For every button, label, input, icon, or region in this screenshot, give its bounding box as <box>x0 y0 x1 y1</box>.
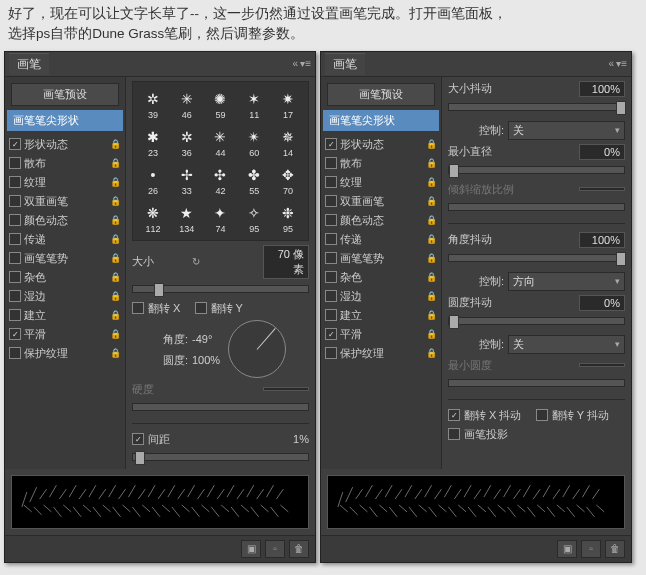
sidebar-item-build-up[interactable]: 建立🔒 <box>321 306 441 325</box>
brush-thumbnail[interactable]: ✳46 <box>171 86 203 122</box>
brush-thumbnail[interactable]: ✥70 <box>272 162 304 198</box>
sidebar-item-protect-texture[interactable]: 保护纹理🔒 <box>321 344 441 363</box>
size-control-dropdown[interactable]: 关 <box>508 121 625 140</box>
brush-thumbnail-grid[interactable]: ✲39✳46✺59✶11✷17✱23✲36✳44✴60✵14•26✢33✣42✤… <box>132 81 309 241</box>
roundness-jitter-value[interactable]: 0% <box>579 295 625 311</box>
new-brush-icon[interactable]: ▫ <box>265 540 285 558</box>
sidebar-item-wet-edges[interactable]: 湿边🔒 <box>5 287 125 306</box>
flip-x-checkbox[interactable] <box>132 302 144 314</box>
lock-icon[interactable]: 🔒 <box>426 348 437 358</box>
checkbox-icon[interactable] <box>325 252 337 264</box>
lock-icon[interactable]: 🔒 <box>110 234 121 244</box>
brush-thumbnail[interactable]: ✲36 <box>171 124 203 160</box>
checkbox-icon[interactable] <box>9 290 21 302</box>
lock-icon[interactable]: 🔒 <box>426 177 437 187</box>
brush-presets-button[interactable]: 画笔预设 <box>327 83 435 106</box>
lock-icon[interactable]: 🔒 <box>110 158 121 168</box>
sidebar-item-brush-pose[interactable]: 画笔笔势🔒 <box>321 249 441 268</box>
lock-icon[interactable]: 🔒 <box>426 234 437 244</box>
checkbox-icon[interactable] <box>9 271 21 283</box>
checkbox-icon[interactable] <box>9 233 21 245</box>
delete-brush-icon[interactable]: 🗑 <box>289 540 309 558</box>
sidebar-item-shape-dynamics[interactable]: 形状动态🔒 <box>321 135 441 154</box>
lock-icon[interactable]: 🔒 <box>110 291 121 301</box>
angle-jitter-value[interactable]: 100% <box>579 232 625 248</box>
checkbox-icon[interactable] <box>9 176 21 188</box>
angle-value[interactable]: -49° <box>192 333 212 345</box>
checkbox-icon[interactable] <box>325 195 337 207</box>
brush-tip-shape-tab[interactable]: 画笔笔尖形状 <box>7 110 123 131</box>
panel-collapse-icon[interactable]: « <box>293 58 299 69</box>
lock-icon[interactable]: 🔒 <box>110 329 121 339</box>
size-slider[interactable] <box>132 285 309 293</box>
spacing-value[interactable]: 1% <box>293 433 309 445</box>
brush-thumbnail[interactable]: ★134 <box>171 200 203 236</box>
min-diameter-slider[interactable] <box>448 166 625 174</box>
panel-title[interactable]: 画笔 <box>9 53 49 75</box>
lock-icon[interactable]: 🔒 <box>110 177 121 187</box>
checkbox-icon[interactable] <box>325 176 337 188</box>
roundness-jitter-slider[interactable] <box>448 317 625 325</box>
toggle-preview-icon[interactable]: ▣ <box>241 540 261 558</box>
angle-control-dropdown[interactable]: 方向 <box>508 272 625 291</box>
checkbox-icon[interactable] <box>325 233 337 245</box>
checkbox-icon[interactable] <box>325 214 337 226</box>
roundness-value[interactable]: 100% <box>192 354 220 366</box>
brush-thumbnail[interactable]: ✶11 <box>238 86 270 122</box>
lock-icon[interactable]: 🔒 <box>426 139 437 149</box>
flip-y-checkbox[interactable] <box>195 302 207 314</box>
sidebar-item-protect-texture[interactable]: 保护纹理🔒 <box>5 344 125 363</box>
brush-presets-button[interactable]: 画笔预设 <box>11 83 119 106</box>
checkbox-icon[interactable] <box>9 195 21 207</box>
brush-thumbnail[interactable]: ✧95 <box>238 200 270 236</box>
spacing-checkbox[interactable] <box>132 433 144 445</box>
checkbox-icon[interactable] <box>325 138 337 150</box>
brush-tip-shape-tab[interactable]: 画笔笔尖形状 <box>323 110 439 131</box>
brush-thumbnail[interactable]: ✵14 <box>272 124 304 160</box>
checkbox-icon[interactable] <box>9 138 21 150</box>
lock-icon[interactable]: 🔒 <box>110 272 121 282</box>
brush-thumbnail[interactable]: ✲39 <box>137 86 169 122</box>
sidebar-item-noise[interactable]: 杂色🔒 <box>5 268 125 287</box>
size-jitter-value[interactable]: 100% <box>579 81 625 97</box>
brush-thumbnail[interactable]: ✷17 <box>272 86 304 122</box>
sidebar-item-scattering[interactable]: 散布🔒 <box>5 154 125 173</box>
roundness-control-dropdown[interactable]: 关 <box>508 335 625 354</box>
lock-icon[interactable]: 🔒 <box>426 310 437 320</box>
checkbox-icon[interactable] <box>9 309 21 321</box>
toggle-preview-icon[interactable]: ▣ <box>557 540 577 558</box>
sidebar-item-noise[interactable]: 杂色🔒 <box>321 268 441 287</box>
checkbox-icon[interactable] <box>9 347 21 359</box>
sidebar-item-color-dynamics[interactable]: 颜色动态🔒 <box>5 211 125 230</box>
brush-thumbnail[interactable]: ❋112 <box>137 200 169 236</box>
checkbox-icon[interactable] <box>9 252 21 264</box>
lock-icon[interactable]: 🔒 <box>426 196 437 206</box>
lock-icon[interactable]: 🔒 <box>426 158 437 168</box>
brush-thumbnail[interactable]: ✺59 <box>205 86 237 122</box>
checkbox-icon[interactable] <box>325 290 337 302</box>
delete-brush-icon[interactable]: 🗑 <box>605 540 625 558</box>
brush-thumbnail[interactable]: ❉95 <box>272 200 304 236</box>
checkbox-icon[interactable] <box>325 157 337 169</box>
checkbox-icon[interactable] <box>9 214 21 226</box>
sidebar-item-transfer[interactable]: 传递🔒 <box>321 230 441 249</box>
sidebar-item-shape-dynamics[interactable]: 形状动态🔒 <box>5 135 125 154</box>
panel-menu-icon[interactable]: ▾≡ <box>616 58 627 69</box>
brush-thumbnail[interactable]: ✢33 <box>171 162 203 198</box>
sidebar-item-build-up[interactable]: 建立🔒 <box>5 306 125 325</box>
checkbox-icon[interactable] <box>325 271 337 283</box>
lock-icon[interactable]: 🔒 <box>110 215 121 225</box>
brush-thumbnail[interactable]: ✤55 <box>238 162 270 198</box>
lock-icon[interactable]: 🔒 <box>426 291 437 301</box>
sidebar-item-scattering[interactable]: 散布🔒 <box>321 154 441 173</box>
spacing-slider[interactable] <box>132 453 309 461</box>
lock-icon[interactable]: 🔒 <box>110 253 121 263</box>
brush-thumbnail[interactable]: •26 <box>137 162 169 198</box>
sidebar-item-smoothing[interactable]: 平滑🔒 <box>321 325 441 344</box>
brush-thumbnail[interactable]: ✣42 <box>205 162 237 198</box>
panel-collapse-icon[interactable]: « <box>609 58 615 69</box>
sidebar-item-dual-brush[interactable]: 双重画笔🔒 <box>5 192 125 211</box>
lock-icon[interactable]: 🔒 <box>426 215 437 225</box>
angle-jitter-slider[interactable] <box>448 254 625 262</box>
checkbox-icon[interactable] <box>325 328 337 340</box>
